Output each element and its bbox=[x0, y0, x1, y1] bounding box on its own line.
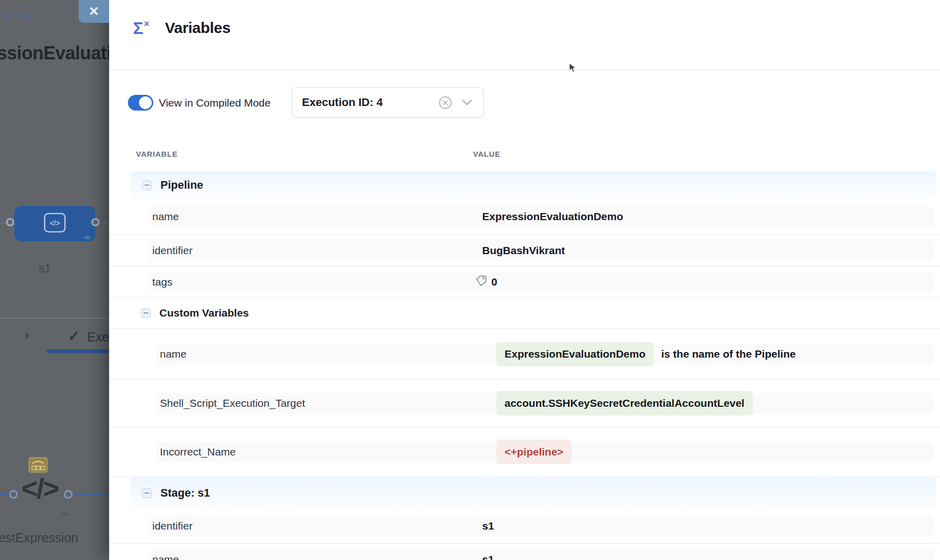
row-stripe bbox=[149, 272, 934, 292]
breadcrumb-chevron-icon: › bbox=[37, 9, 41, 22]
shell-script-step-icon[interactable]: </> bbox=[21, 472, 58, 505]
stage-node-label: s1 bbox=[39, 262, 51, 275]
step-connector-line-left bbox=[0, 494, 10, 496]
active-tab-underline bbox=[47, 349, 110, 353]
tab-check-icon: ✓ bbox=[68, 328, 80, 344]
variable-name: name bbox=[152, 211, 179, 223]
table-row: name s1 bbox=[109, 544, 940, 560]
compiled-mode-label: View in Compiled Mode bbox=[159, 97, 271, 109]
variable-value: s1 bbox=[482, 520, 494, 532]
step-connector-line-right bbox=[73, 494, 109, 496]
value-suffix: is the name of the Pipeline bbox=[661, 348, 796, 360]
variable-value-chip: ExpressionEvaluationDemo is the name of … bbox=[496, 342, 796, 366]
column-header-variable: VARIABLE bbox=[136, 150, 178, 158]
tag-icon bbox=[476, 275, 487, 289]
tabbar-divider bbox=[0, 318, 109, 319]
variable-name: name bbox=[160, 348, 187, 360]
variable-value-tags: 0 bbox=[476, 275, 497, 289]
screen: elines› ssionEvaluati </> </> s1 › ✓ Exe bbox=[0, 0, 940, 560]
table-row: identifier BugBashVikrant bbox=[109, 235, 940, 266]
collapse-minus-icon[interactable] bbox=[142, 181, 152, 190]
collapse-chevron-icon[interactable]: › bbox=[24, 327, 29, 343]
variable-name: tags bbox=[152, 276, 173, 288]
variable-name: identifier bbox=[152, 520, 192, 532]
header-divider bbox=[109, 69, 940, 70]
toggle-knob bbox=[139, 96, 152, 109]
section-title: Stage: s1 bbox=[160, 486, 210, 500]
table-row: identifier s1 bbox=[109, 509, 940, 544]
collapse-minus-icon[interactable] bbox=[142, 488, 152, 498]
row-stripe bbox=[149, 549, 934, 560]
stage-port-right bbox=[91, 218, 99, 226]
variables-sigma-icon: Σ× bbox=[133, 18, 149, 38]
step-code-icon: </> bbox=[61, 510, 69, 518]
custom-stage-icon: </> bbox=[41, 211, 69, 236]
breadcrumb-text[interactable]: elines bbox=[4, 10, 32, 21]
variable-name: Incorrect_Name bbox=[160, 446, 236, 458]
variable-name: Shell_Script_Execution_Target bbox=[160, 397, 305, 409]
row-stripe bbox=[149, 516, 934, 536]
variable-name: identifier bbox=[152, 244, 192, 257]
variables-drawer: Σ× Variables View in Compiled Mode Execu… bbox=[109, 0, 940, 560]
tag-count: 0 bbox=[491, 276, 497, 288]
close-drawer-button[interactable]: ✕ bbox=[79, 0, 109, 23]
variable-value: s1 bbox=[482, 553, 494, 560]
section-row-custom-variables: Custom Variables bbox=[109, 298, 940, 329]
variable-value-chip: <+pipeline> bbox=[496, 440, 572, 464]
column-header-value: VALUE bbox=[473, 150, 500, 158]
compiled-mode-toggle[interactable] bbox=[128, 95, 153, 111]
value-highlight: account.SSHKeySecretCredentialAccountLev… bbox=[496, 391, 753, 415]
collapse-minus-icon[interactable] bbox=[141, 308, 151, 318]
pipeline-page-title: ssionEvaluati bbox=[0, 43, 112, 64]
execution-id-select[interactable]: Execution ID: 4 bbox=[292, 87, 484, 118]
section-title: Pipeline bbox=[160, 179, 203, 192]
variable-value: BugBashVikrant bbox=[482, 244, 565, 257]
section-row-stage-s1: Stage: s1 bbox=[130, 477, 936, 509]
close-icon: ✕ bbox=[89, 4, 99, 19]
breadcrumb[interactable]: elines› bbox=[4, 9, 41, 22]
variable-value-chip: account.SSHKeySecretCredentialAccountLev… bbox=[496, 391, 753, 415]
drawer-title: Variables bbox=[165, 19, 230, 37]
variable-value: ExpressionEvaluationDemo bbox=[482, 211, 623, 223]
execution-id-value: Execution ID: 4 bbox=[302, 96, 438, 109]
value-highlight-error: <+pipeline> bbox=[496, 440, 572, 464]
mouse-cursor bbox=[568, 63, 577, 75]
table-row: name ExpressionEvaluationDemo is the nam… bbox=[109, 329, 940, 379]
table-row: Incorrect_Name <+pipeline> bbox=[109, 428, 940, 477]
stage-connector-line-right bbox=[99, 222, 109, 224]
step-port-right bbox=[64, 490, 73, 499]
stage-code-icon: </> bbox=[84, 234, 90, 240]
step-port-left bbox=[9, 490, 18, 499]
chevron-down-icon[interactable] bbox=[462, 99, 472, 106]
section-title: Custom Variables bbox=[159, 307, 249, 319]
step-label: testExpression bbox=[0, 531, 78, 545]
clear-selection-icon[interactable] bbox=[438, 95, 453, 110]
drawer-header: Σ× Variables bbox=[109, 0, 940, 69]
table-row: name ExpressionEvaluationDemo bbox=[109, 199, 940, 235]
svg-text:</>: </> bbox=[50, 219, 60, 227]
table-row: Shell_Script_Execution_Target account.SS… bbox=[109, 379, 940, 428]
stage-node-s1[interactable]: </> </> bbox=[14, 206, 95, 241]
value-highlight: ExpressionEvaluationDemo bbox=[496, 342, 654, 366]
tab-execution[interactable]: Exe bbox=[87, 330, 109, 344]
variable-name: name bbox=[152, 553, 179, 560]
section-row-pipeline: Pipeline bbox=[130, 171, 936, 199]
table-row: tags 0 bbox=[109, 266, 940, 298]
stage-port-left bbox=[6, 218, 14, 226]
